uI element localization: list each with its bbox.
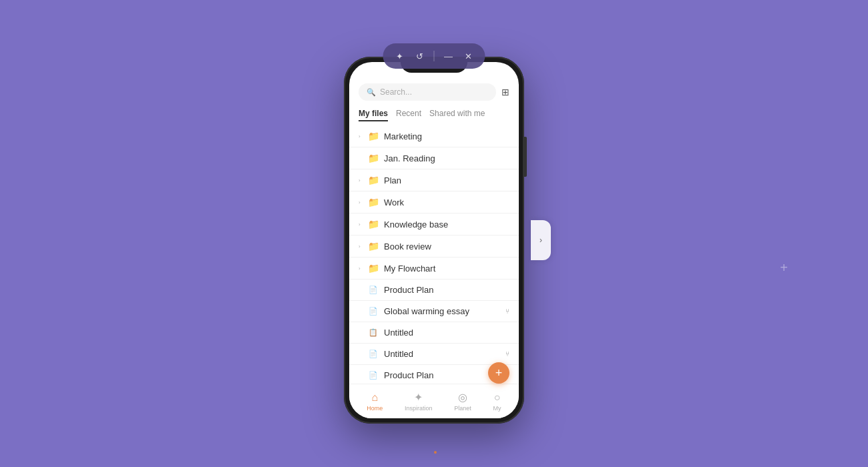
minimize-icon[interactable]: — xyxy=(441,49,456,63)
doc-icon-blue: 📋 xyxy=(368,328,379,337)
chevron-icon: › xyxy=(359,199,364,205)
screen-content: 🔍 Search... ⊞ My files Recent Shared wit… xyxy=(349,62,519,384)
folder-icon: 📁 xyxy=(368,131,379,141)
doc-icon: 📄 xyxy=(368,371,379,380)
divider xyxy=(434,51,435,61)
chevron-icon: › xyxy=(359,177,364,183)
sparkle-icon[interactable]: ✦ xyxy=(393,49,407,63)
list-item[interactable]: 📄 Product Plan xyxy=(349,280,519,301)
file-name: Marketing xyxy=(384,131,509,141)
search-input-wrap[interactable]: 🔍 Search... xyxy=(359,83,496,101)
file-name: Jan. Reading xyxy=(384,153,509,163)
nav-item-planet[interactable]: ◎ Planet xyxy=(454,391,471,412)
share-icon: ⑂ xyxy=(505,350,509,358)
home-icon: ⌂ xyxy=(372,392,379,404)
chevron-icon: › xyxy=(359,133,364,139)
close-icon[interactable]: ✕ xyxy=(461,49,476,63)
file-name: Work xyxy=(384,197,509,207)
doc-icon: 📄 xyxy=(368,350,379,358)
search-icon: 🔍 xyxy=(367,88,376,97)
file-name: Untitled xyxy=(384,328,509,338)
tab-shared[interactable]: Shared with me xyxy=(429,109,485,121)
nav-label-home: Home xyxy=(367,405,383,412)
folder-icon: 📁 xyxy=(368,153,379,163)
file-name: My Flowchart xyxy=(384,264,509,274)
bg-decoration-plus: + xyxy=(780,260,788,276)
grid-icon[interactable]: ⊞ xyxy=(501,87,509,97)
bottom-nav: ⌂ Home ✦ Inspiration ◎ Planet ○ My xyxy=(349,384,519,418)
folder-icon: 📁 xyxy=(368,241,379,252)
fab-button[interactable]: + xyxy=(488,362,509,384)
bg-dot-decoration xyxy=(434,451,437,454)
file-name: Product Plan xyxy=(384,285,509,295)
list-item[interactable]: › 📁 Marketing xyxy=(349,125,519,147)
phone-frame: › 🔍 Search... ⊞ My files Recent Shared w… xyxy=(344,57,524,424)
expand-handle[interactable]: › xyxy=(531,220,551,260)
list-item[interactable]: › 📁 Plan xyxy=(349,169,519,191)
nav-item-home[interactable]: ⌂ Home xyxy=(367,392,383,412)
search-placeholder: Search... xyxy=(380,87,412,97)
list-item[interactable]: › 📁 Book review xyxy=(349,236,519,258)
chevron-icon: › xyxy=(359,244,364,250)
tab-my-files[interactable]: My files xyxy=(359,109,388,121)
tabs: My files Recent Shared with me xyxy=(349,106,519,125)
nav-item-my[interactable]: ○ My xyxy=(493,392,501,412)
history-icon[interactable]: ↺ xyxy=(413,49,427,63)
list-item[interactable]: 📄 Untitled ⑂ xyxy=(349,344,519,365)
inspiration-icon: ✦ xyxy=(414,391,423,404)
folder-icon: 📁 xyxy=(368,263,379,274)
search-bar: 🔍 Search... ⊞ xyxy=(349,78,519,106)
nav-label-my: My xyxy=(493,405,501,412)
list-item[interactable]: › 📁 Knowledge base xyxy=(349,213,519,236)
file-name: Book review xyxy=(384,242,509,252)
window-control-bar: ✦ ↺ — ✕ xyxy=(383,43,485,69)
planet-icon: ◎ xyxy=(458,391,467,404)
chevron-icon: › xyxy=(359,266,364,272)
chevron-icon: › xyxy=(359,221,364,227)
nav-label-planet: Planet xyxy=(454,405,471,412)
folder-icon: 📁 xyxy=(368,219,379,229)
nav-label-inspiration: Inspiration xyxy=(405,405,433,412)
list-item[interactable]: › 📁 My Flowchart xyxy=(349,258,519,280)
file-name: Untitled xyxy=(384,349,503,359)
doc-icon: 📄 xyxy=(368,307,379,316)
list-item[interactable]: 📁 Jan. Reading xyxy=(349,147,519,169)
file-list: › 📁 Marketing 📁 Jan. Reading › 📁 Plan › xyxy=(349,125,519,384)
my-icon: ○ xyxy=(494,392,501,404)
phone-side-button xyxy=(524,137,527,177)
phone-screen: 🔍 Search... ⊞ My files Recent Shared wit… xyxy=(349,62,519,418)
share-icon: ⑂ xyxy=(505,308,509,315)
nav-item-inspiration[interactable]: ✦ Inspiration xyxy=(405,391,433,412)
list-item[interactable]: 📋 Untitled xyxy=(349,322,519,344)
file-name: Knowledge base xyxy=(384,219,509,229)
folder-icon: 📁 xyxy=(368,175,379,185)
list-item[interactable]: › 📁 Work xyxy=(349,191,519,213)
file-name: Plan xyxy=(384,175,509,185)
file-name: Global warming essay xyxy=(384,306,503,316)
tab-recent[interactable]: Recent xyxy=(396,109,421,121)
doc-icon: 📄 xyxy=(368,286,379,294)
list-item[interactable]: 📄 Global warming essay ⑂ xyxy=(349,301,519,322)
folder-icon: 📁 xyxy=(368,197,379,207)
